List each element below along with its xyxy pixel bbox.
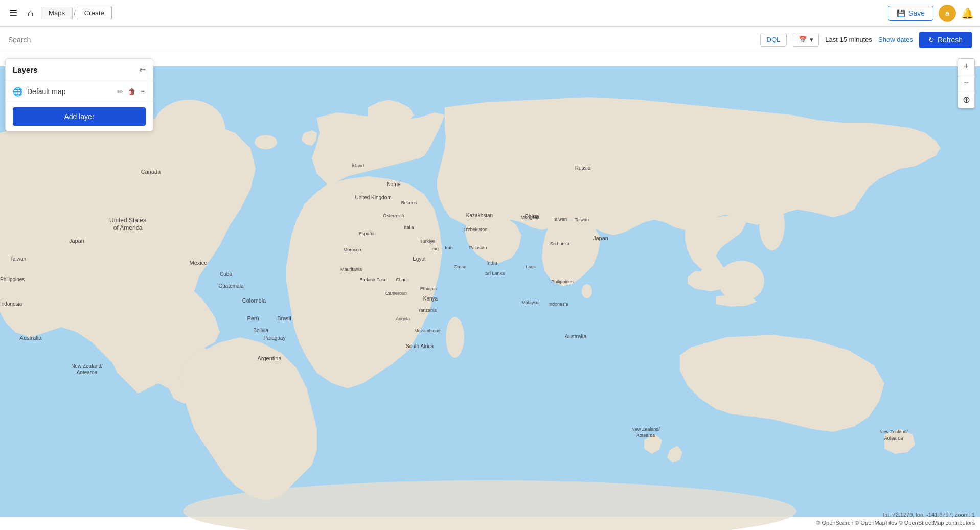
home-icon[interactable]: ⌂ [25,4,37,22]
globe-icon: 🌐 [13,87,23,97]
svg-text:Egypt: Egypt [413,256,426,262]
svg-text:España: España [359,231,375,236]
layer-name: Default map [27,87,112,96]
zoom-reset-button[interactable]: ⊕ [958,91,974,108]
breadcrumb: Maps / Create [41,7,112,19]
layers-panel: Layers ⇐ 🌐 Default map ✏ 🗑 ≡ Add layer [5,58,153,131]
svg-text:Kazakhstan: Kazakhstan [466,213,493,218]
time-range-button[interactable]: 📅 ▾ [793,33,819,47]
svg-text:Australia: Australia [565,333,587,339]
svg-text:Indonesia: Indonesia [548,302,568,307]
layers-header: Layers ⇐ [6,59,153,81]
search-bar: DQL 📅 ▾ Last 15 minutes Show dates ↻ Ref… [0,27,980,53]
nav-right: 💾 Save a 🔔 [888,5,974,22]
svg-text:Oman: Oman [454,264,467,269]
notification-icon[interactable]: 🔔 [961,7,974,19]
svg-text:Ethiopia: Ethiopia [420,286,437,291]
zoom-out-button[interactable]: − [958,75,974,91]
menu-icon[interactable]: ☰ [6,5,20,22]
svg-text:Canada: Canada [141,169,161,175]
svg-text:Türkiye: Türkiye [420,239,435,244]
svg-text:Philippines: Philippines [0,276,25,282]
zoom-controls: + − ⊕ [958,58,975,108]
svg-text:Aotearoa: Aotearoa [636,433,655,438]
svg-text:Brasil: Brasil [277,315,291,321]
svg-text:Morocco: Morocco [344,247,361,252]
layer-drag-handle[interactable]: ≡ [140,86,146,97]
layer-item: 🌐 Default map ✏ 🗑 ≡ [6,81,153,102]
svg-text:Italia: Italia [404,225,414,230]
save-icon: 💾 [897,9,905,17]
svg-text:Paraguay: Paraguay [264,335,286,341]
svg-text:Australia: Australia [20,335,42,341]
show-dates-button[interactable]: Show dates [878,36,913,43]
avatar-initials: a [945,9,949,17]
svg-text:Laos: Laos [526,264,536,269]
svg-text:Colombia: Colombia [242,297,266,304]
svg-text:Iran: Iran [445,245,453,250]
layer-delete-button[interactable]: 🗑 [127,86,136,97]
layers-collapse-button[interactable]: ⇐ [139,65,146,75]
svg-text:Tanzania: Tanzania [418,308,437,313]
avatar[interactable]: a [939,5,956,22]
time-range-label: Last 15 minutes [825,36,872,43]
nav-left: ☰ ⌂ Maps / Create [6,4,112,22]
svg-text:Argentina: Argentina [257,355,282,361]
svg-text:New Zealand/: New Zealand/ [631,427,660,432]
svg-text:Burkina Faso: Burkina Faso [359,277,386,282]
svg-text:Iraq: Iraq [430,246,439,251]
svg-text:of America: of America [113,224,143,232]
svg-text:South Africa: South Africa [406,343,434,349]
calendar-icon: 📅 [799,36,807,43]
svg-text:Taiwan: Taiwan [575,217,589,222]
breadcrumb-create[interactable]: Create [77,7,112,19]
svg-text:Pakistan: Pakistan [469,245,487,250]
svg-text:Taiwan: Taiwan [10,256,26,262]
map-area[interactable]: United States of America Canada Japan Ta… [0,53,980,530]
save-button[interactable]: 💾 Save [888,6,933,21]
svg-text:Bolivia: Bolivia [253,328,268,333]
svg-text:Angola: Angola [396,316,410,321]
svg-point-4 [446,317,464,358]
svg-text:United States: United States [109,217,146,224]
svg-text:Japan: Japan [593,235,608,241]
svg-text:México: México [190,260,208,266]
svg-text:Japan: Japan [69,238,84,244]
refresh-button[interactable]: ↻ Refresh [919,32,972,48]
svg-text:Russia: Russia [575,165,591,171]
svg-text:Malaysia: Malaysia [521,300,540,305]
svg-point-7 [759,199,785,250]
svg-text:Chad: Chad [396,277,407,282]
layers-title: Layers [13,65,37,74]
svg-text:Aotearoa: Aotearoa [884,435,903,441]
svg-text:Kenya: Kenya [423,296,438,302]
svg-text:Aotearoa: Aotearoa [77,370,98,375]
svg-point-5 [582,284,592,298]
svg-text:Cameroun: Cameroun [385,291,407,296]
svg-text:Sri Lanka: Sri Lanka [550,241,569,246]
svg-text:New Zealand/: New Zealand/ [879,429,908,434]
dql-button[interactable]: DQL [760,33,787,47]
svg-text:Österreich: Österreich [383,213,404,218]
search-input-wrapper [8,35,754,44]
svg-text:Ísland: Ísland [352,163,364,168]
refresh-label: Refresh [938,36,963,44]
add-layer-button[interactable]: Add layer [13,107,146,126]
refresh-icon: ↻ [928,36,935,44]
svg-text:Perú: Perú [247,315,259,321]
svg-text:Taiwan: Taiwan [553,217,567,222]
svg-text:Guatemala: Guatemala [219,283,244,289]
breadcrumb-maps[interactable]: Maps [41,7,73,19]
breadcrumb-separator: / [74,9,76,17]
layer-edit-button[interactable]: ✏ [116,86,124,97]
svg-text:India: India [486,260,497,266]
svg-text:Cuba: Cuba [220,271,232,277]
save-label: Save [908,9,925,17]
search-input[interactable] [8,36,754,44]
svg-text:Indonesia: Indonesia [0,301,22,307]
zoom-in-button[interactable]: + [958,59,974,75]
map-attribution: © OpenSearch © OpenMapTiles © OpenStreet… [816,520,975,526]
svg-text:Sri Lanka: Sri Lanka [485,271,505,276]
svg-text:China: China [525,213,540,219]
svg-point-3 [255,135,277,149]
